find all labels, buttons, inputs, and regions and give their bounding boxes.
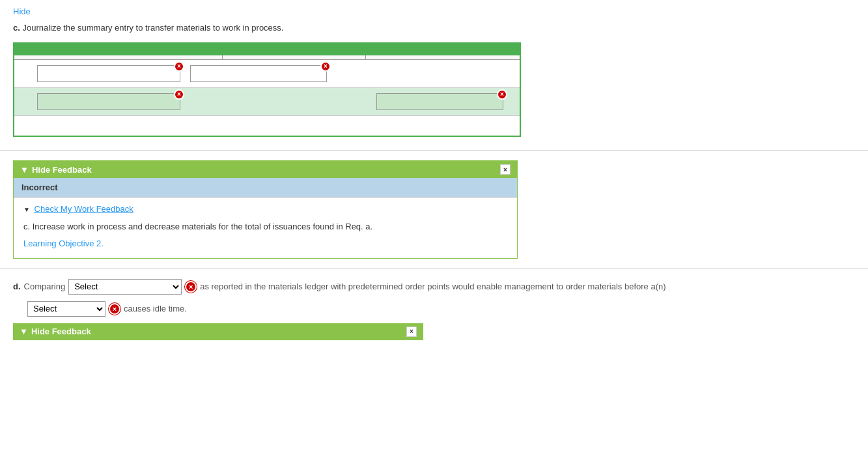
journal-cell-2-3: ×	[376, 93, 503, 110]
feedback-title-bar-c: ▼ Hide Feedback ×	[14, 161, 517, 178]
feedback-content-c: ▼ Check My Work Feedback c. Increase wor…	[14, 197, 517, 258]
journal-row-2: × ×	[14, 88, 520, 116]
select-dropdown-1[interactable]: Select actual quantities predetermined q…	[68, 279, 182, 295]
top-section: Hide c. Journalize the summary entry to …	[0, 0, 868, 151]
journal-cell-2-1: ×	[37, 93, 180, 110]
remove-btn-2-1[interactable]: ×	[174, 89, 184, 100]
journal-row-1: × ×	[14, 60, 520, 88]
question-c-letter: c.	[13, 23, 20, 33]
part-d-row: d. Comparing Select actual quantities pr…	[13, 279, 855, 295]
col-header-account	[14, 55, 223, 59]
question-c-text: Journalize the summary entry to transfer…	[22, 23, 283, 33]
feedback-title-left-c: ▼ Hide Feedback	[20, 165, 92, 175]
part-d-letter: d.	[13, 282, 21, 291]
check-work-triangle: ▼	[23, 206, 30, 213]
part-d-middle-text: as reported in the materials ledger with…	[200, 282, 665, 291]
feedback-d-triangle: ▼	[20, 327, 28, 336]
part-d-prefix: Comparing	[24, 282, 66, 291]
check-work-row: ▼ Check My Work Feedback	[23, 204, 507, 217]
remove-btn-1-1[interactable]: ×	[174, 61, 184, 72]
journal-col-headers	[14, 55, 520, 60]
feedback-bar-d: ▼ Hide Feedback ×	[13, 323, 423, 340]
journal-bottom-space	[14, 116, 520, 136]
feedback-panel-c: ▼ Hide Feedback × Incorrect ▼ Check My W…	[0, 151, 868, 269]
page-wrapper: Hide c. Journalize the summary entry to …	[0, 0, 868, 466]
col-header-credit	[366, 55, 509, 59]
hide-link-top[interactable]: Hide	[13, 7, 31, 16]
journal-input-1-debit[interactable]	[190, 65, 327, 82]
journal-table: × × × ×	[13, 42, 521, 137]
journal-cell-1-2: ×	[190, 65, 327, 82]
feedback-box-c: ▼ Hide Feedback × Incorrect ▼ Check My W…	[13, 160, 518, 259]
learning-obj-link[interactable]: Learning Objective 2.	[23, 239, 104, 248]
check-work-link[interactable]: Check My Work Feedback	[35, 204, 133, 214]
part-d-suffix-text: causes idle time.	[124, 304, 187, 313]
feedback-d-title-left: ▼ Hide Feedback	[20, 327, 91, 336]
remove-btn-1-2[interactable]: ×	[320, 61, 331, 72]
feedback-body-text: c. Increase work in process and decrease…	[23, 220, 507, 233]
feedback-incorrect-bar: Incorrect	[14, 178, 517, 197]
journal-input-2-account[interactable]	[37, 93, 180, 110]
journal-header-bar	[14, 44, 520, 55]
feedback-triangle-c: ▼	[20, 165, 29, 175]
question-c-label: c. Journalize the summary entry to trans…	[13, 23, 855, 33]
feedback-close-btn-c[interactable]: ×	[500, 164, 511, 175]
feedback-title-text-c: Hide Feedback	[32, 165, 92, 175]
error-icon-2: ×	[109, 303, 120, 315]
journal-input-1-account[interactable]	[37, 65, 180, 82]
remove-btn-2-3[interactable]: ×	[497, 89, 507, 100]
col-header-debit	[223, 55, 366, 59]
bottom-section: d. Comparing Select actual quantities pr…	[0, 269, 868, 350]
error-icon-1: ×	[185, 281, 197, 293]
feedback-d-title-text: Hide Feedback	[31, 327, 91, 336]
journal-input-2-credit[interactable]	[376, 93, 503, 110]
part-d-row-2: Select shortage surplus delay × causes i…	[27, 301, 855, 317]
journal-cell-1-1: ×	[37, 65, 180, 82]
feedback-d-close-btn[interactable]: ×	[406, 327, 417, 337]
select-dropdown-2[interactable]: Select shortage surplus delay	[27, 301, 105, 317]
